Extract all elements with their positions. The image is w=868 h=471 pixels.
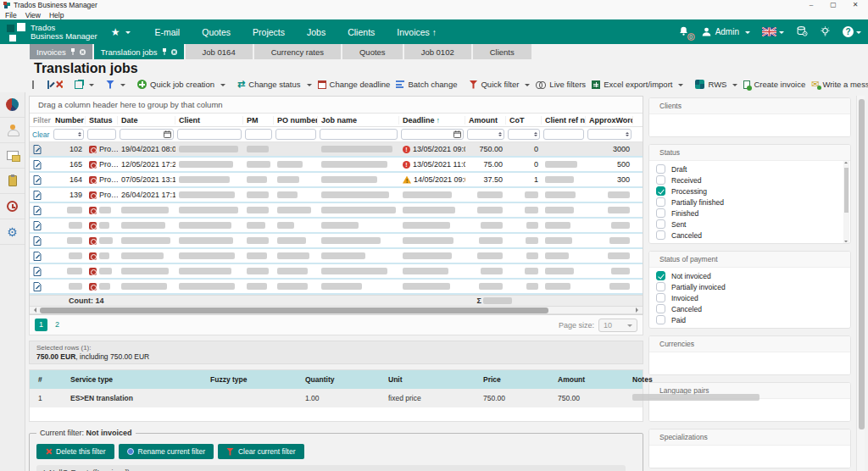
filter-deadline-input[interactable]: [401, 129, 464, 140]
nav-item-jobs[interactable]: Jobs: [307, 27, 326, 37]
clear-filters-link[interactable]: Clear: [30, 130, 52, 139]
table-row[interactable]: 165 Pro… 12/05/2021 17:27 !13/05/2021 11…: [30, 158, 643, 173]
notifications-bell-icon[interactable]: 0: [678, 25, 689, 38]
edit-record-icon[interactable]: [47, 80, 49, 89]
export-button[interactable]: [75, 80, 94, 89]
group-by-hint[interactable]: Drag a column header here to group by th…: [30, 97, 643, 114]
status-list-scrollbar[interactable]: [843, 161, 849, 243]
menu-view[interactable]: View: [25, 11, 41, 19]
filter-client-input[interactable]: [177, 129, 242, 140]
filter-cot-input[interactable]: [508, 129, 540, 140]
col-amount[interactable]: Amount: [465, 116, 506, 125]
quick-job-creation-button[interactable]: Quick job creation: [137, 80, 225, 89]
nav-item-invoices[interactable]: Invoices ↑: [397, 27, 437, 37]
database-icon[interactable]: [796, 25, 808, 38]
tab-translation-jobs[interactable]: Translation jobs: [94, 44, 184, 59]
open-record-icon[interactable]: [30, 282, 52, 291]
filter-status-input[interactable]: [87, 129, 116, 140]
favorites-star-icon[interactable]: ★: [111, 26, 120, 38]
col-number[interactable]: Number: [52, 116, 86, 125]
filter-jobname-input[interactable]: [320, 129, 398, 140]
filter-checkbox-partially-invoiced[interactable]: Partially invoiced: [649, 281, 850, 292]
table-row[interactable]: 139 Pro… 26/04/2021 17:12: [30, 188, 643, 203]
spinner-icon[interactable]: [626, 132, 629, 136]
page-2-button[interactable]: 2: [51, 319, 64, 331]
tab-currency-rates[interactable]: Currency rates: [254, 44, 341, 59]
filter-checkbox-invoiced[interactable]: Invoiced: [649, 292, 850, 303]
favorites-caret-icon[interactable]: [125, 31, 131, 36]
scroll-up-icon[interactable]: [844, 162, 848, 163]
scroll-down-icon[interactable]: [844, 241, 848, 242]
new-record-icon[interactable]: [32, 80, 34, 89]
filter-approxwords-input[interactable]: [587, 129, 632, 140]
nav-item-quotes[interactable]: Quotes: [202, 27, 231, 37]
table-row[interactable]: [30, 219, 643, 234]
dashboard-pie-icon[interactable]: [0, 92, 25, 118]
filter-amount-input[interactable]: [467, 129, 504, 140]
tab-clients[interactable]: Clients: [473, 44, 531, 59]
open-record-icon[interactable]: [30, 267, 52, 276]
page-1-button[interactable]: 1: [35, 319, 47, 331]
open-record-icon[interactable]: [30, 252, 52, 261]
open-record-icon[interactable]: [30, 221, 52, 230]
filter-clientref-input[interactable]: [543, 129, 584, 140]
rename-filter-button[interactable]: Rename current filter: [119, 444, 214, 459]
open-record-icon[interactable]: [30, 236, 52, 246]
filter-checkbox-not-invoiced[interactable]: Not invoiced: [649, 270, 850, 281]
settings-gear-icon[interactable]: ⚙: [0, 219, 25, 245]
col-cot[interactable]: CoT: [506, 116, 542, 125]
col-client[interactable]: Client: [175, 116, 243, 125]
live-filters-button[interactable]: Live filters: [536, 80, 586, 89]
col-pm[interactable]: PM: [243, 116, 274, 125]
filter-button[interactable]: [106, 80, 125, 89]
open-record-icon[interactable]: [30, 160, 52, 169]
write-message-pm-button[interactable]: ✉Write a message to PM: [811, 79, 868, 90]
table-row[interactable]: [30, 249, 643, 264]
filter-checkbox-received[interactable]: Received: [649, 175, 850, 186]
user-menu[interactable]: Admin: [701, 26, 750, 37]
create-invoice-button[interactable]: Create invoice: [743, 80, 805, 89]
filter-checkbox-finished[interactable]: Finished: [649, 208, 850, 219]
col-status[interactable]: Status: [86, 116, 118, 125]
col-deadline[interactable]: Deadline↑: [399, 116, 465, 125]
close-tab-icon[interactable]: [171, 49, 177, 55]
nav-item-projects[interactable]: Projects: [253, 27, 285, 37]
tasks-clipboard-icon[interactable]: [0, 169, 25, 194]
filter-checkbox-sent[interactable]: Sent: [649, 219, 850, 230]
scroll-right-icon[interactable]: [636, 308, 641, 313]
page-size-select[interactable]: 10: [598, 319, 637, 332]
time-clock-icon[interactable]: [0, 194, 25, 219]
spinner-icon[interactable]: [534, 132, 537, 136]
table-row[interactable]: [30, 264, 643, 280]
language-flag-uk[interactable]: [762, 27, 784, 36]
table-row[interactable]: [30, 234, 643, 249]
col-client-ref[interactable]: Client ref n...: [542, 116, 586, 125]
filter-po-input[interactable]: [275, 129, 316, 140]
excel-export-import-button[interactable]: Excel export/import: [592, 80, 683, 89]
maximize-button[interactable]: ▢: [824, 0, 843, 10]
change-status-button[interactable]: ⇄Change status: [237, 79, 311, 90]
table-row[interactable]: 164 Pro… 07/05/2021 13:13 !14/05/2021 09…: [30, 173, 643, 188]
language-pairs-filter-input[interactable]: [649, 399, 850, 421]
filter-checkbox-paid[interactable]: Paid: [649, 314, 850, 325]
reports-pictures-icon[interactable]: [0, 143, 25, 169]
filter-checkbox-partially-finished[interactable]: Partially finished: [649, 197, 850, 208]
filter-number-input[interactable]: [53, 129, 84, 140]
tab-job-0102[interactable]: Job 0102: [404, 44, 471, 59]
batch-change-button[interactable]: Batch change: [396, 80, 457, 89]
filter-checkbox-canceled-payment[interactable]: Canceled: [649, 303, 850, 314]
open-record-icon[interactable]: [30, 191, 52, 200]
tab-job-0164[interactable]: Job 0164: [186, 44, 253, 59]
close-tab-icon[interactable]: [80, 49, 86, 55]
nav-item-email[interactable]: E-mail: [154, 27, 180, 37]
change-deadline-button[interactable]: Change deadline: [318, 80, 391, 89]
menu-file[interactable]: File: [5, 11, 17, 19]
filter-expression-input[interactable]: IsNullOrEmpty([Invoices]): [36, 465, 626, 471]
nav-item-clients[interactable]: Clients: [348, 27, 375, 37]
table-row[interactable]: [30, 280, 643, 295]
lightbulb-icon[interactable]: [820, 25, 831, 39]
close-button[interactable]: ✕: [846, 0, 865, 10]
contacts-person-icon[interactable]: [0, 118, 25, 143]
open-record-icon[interactable]: [30, 145, 52, 154]
quick-filter-button[interactable]: Quick filter: [469, 80, 530, 89]
